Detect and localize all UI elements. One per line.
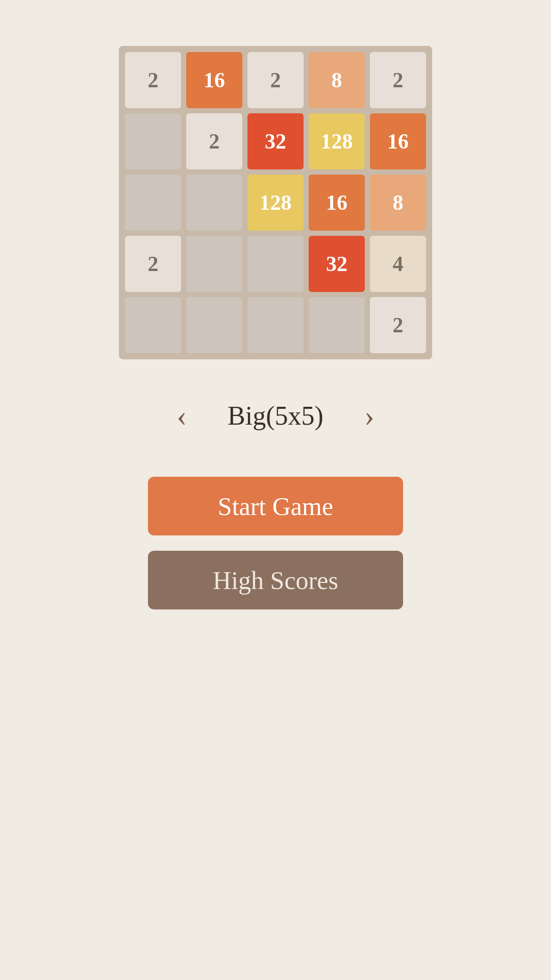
grid-cell-0-3: 8 — [309, 52, 365, 108]
mode-label: Big(5x5) — [228, 401, 323, 431]
grid-cell-3-2 — [247, 236, 304, 292]
high-scores-button[interactable]: High Scores — [148, 551, 403, 609]
grid-cell-1-2: 32 — [247, 113, 304, 169]
grid-cell-1-3: 128 — [309, 113, 365, 169]
start-game-button[interactable]: Start Game — [148, 477, 403, 535]
prev-mode-button[interactable]: ‹ — [177, 400, 187, 431]
grid-cell-4-0 — [125, 297, 181, 353]
grid-cell-4-4: 2 — [370, 297, 426, 353]
grid-cell-3-4: 4 — [370, 236, 426, 292]
grid-cell-2-1 — [186, 175, 242, 231]
grid-cell-3-1 — [186, 236, 242, 292]
grid-cell-4-3 — [309, 297, 365, 353]
mode-selector: ‹ Big(5x5) › — [177, 400, 374, 431]
grid-cell-3-0: 2 — [125, 236, 181, 292]
next-mode-button[interactable]: › — [364, 400, 374, 431]
grid-cell-2-3: 16 — [309, 175, 365, 231]
grid-cell-0-2: 2 — [247, 52, 304, 108]
game-grid: 2162822321281612816823242 — [119, 46, 432, 359]
grid-cell-2-2: 128 — [247, 175, 304, 231]
grid-cell-0-4: 2 — [370, 52, 426, 108]
grid-cell-0-0: 2 — [125, 52, 181, 108]
grid-cell-4-1 — [186, 297, 242, 353]
grid-cell-1-1: 2 — [186, 113, 242, 169]
grid-cell-1-0 — [125, 113, 181, 169]
grid-cell-0-1: 16 — [186, 52, 242, 108]
grid-cell-2-0 — [125, 175, 181, 231]
grid-cell-2-4: 8 — [370, 175, 426, 231]
grid-cell-3-3: 32 — [309, 236, 365, 292]
grid-cell-1-4: 16 — [370, 113, 426, 169]
grid-cell-4-2 — [247, 297, 304, 353]
